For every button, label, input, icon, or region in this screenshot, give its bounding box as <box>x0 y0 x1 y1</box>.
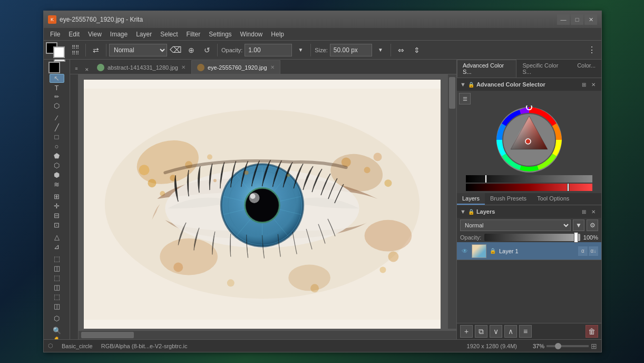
tool-transform[interactable]: ⊞ <box>50 192 64 201</box>
background-color[interactable] <box>53 46 65 58</box>
minimize-button[interactable]: — <box>557 14 570 25</box>
panel-toggle-button[interactable]: ≡ <box>71 63 82 74</box>
layers-close-btn[interactable]: ✕ <box>589 207 598 216</box>
tool-polyline[interactable]: ⬡ <box>50 161 64 170</box>
layers-panel-arrow[interactable]: ▼ <box>460 208 466 215</box>
opacity-input[interactable]: 1.00 <box>245 44 292 56</box>
layers-float-btn[interactable]: ⊞ <box>579 207 589 216</box>
color-panel-close-btn[interactable]: ✕ <box>589 80 598 89</box>
zoom-fit-btn[interactable]: ⊞ <box>591 342 597 350</box>
tab-close-abstract[interactable]: ✕ <box>181 64 186 70</box>
layers-filter-btn[interactable]: ▼ <box>573 219 584 231</box>
move-layer-down-btn[interactable]: ∨ <box>490 325 502 338</box>
tool-pen[interactable]: ✏ <box>50 93 64 101</box>
toolbox-foreground-color[interactable] <box>48 62 60 73</box>
menu-view[interactable]: View <box>84 28 106 40</box>
tab-tool-options[interactable]: Tool Options <box>532 193 574 205</box>
tool-multibrush[interactable]: ≋ <box>50 180 64 189</box>
menu-file[interactable]: File <box>46 28 64 40</box>
opacity-down-button[interactable]: ▼ <box>293 43 308 58</box>
mirror-v-button[interactable]: ⇕ <box>409 43 424 58</box>
tool-contiguous-select[interactable]: ⬚ <box>50 292 64 301</box>
tool-similar-select[interactable]: ◫ <box>50 302 64 311</box>
tool-rect[interactable]: □ <box>50 132 64 141</box>
tool-polygon-select[interactable]: ⬚ <box>50 273 64 282</box>
tab-eye[interactable]: eye-2555760_1920.jpg ✕ <box>191 60 280 74</box>
tool-text[interactable]: T <box>50 83 64 92</box>
menu-layer[interactable]: Layer <box>132 28 156 40</box>
tool-ellipse-select[interactable]: ◫ <box>50 264 64 273</box>
mirror-h-button[interactable]: ⇔ <box>394 43 408 58</box>
tool-magnetic-select[interactable]: ⬡ <box>50 314 64 323</box>
tool-brush[interactable]: ∕ <box>50 113 64 122</box>
tool-rect-select[interactable]: ⬚ <box>50 254 64 263</box>
toolbox-background-color[interactable] <box>54 60 65 62</box>
zoom-thumb[interactable] <box>555 343 561 349</box>
color-panel-arrow[interactable]: ▼ <box>460 81 466 88</box>
tool-selection[interactable]: ↖ <box>50 74 64 83</box>
canvas-image[interactable] <box>84 80 441 329</box>
layer-lock[interactable]: 🔒 <box>489 248 497 254</box>
menu-settings[interactable]: Settings <box>204 28 236 40</box>
horizontal-scrollbar-thumb[interactable] <box>81 332 134 338</box>
delete-layer-btn[interactable]: 🗑 <box>586 325 598 338</box>
slider-value-1[interactable] <box>466 175 592 183</box>
menu-select[interactable]: Select <box>156 28 182 40</box>
undo-button[interactable]: ↺ <box>200 43 214 58</box>
eraser-button[interactable]: ⌫ <box>168 43 183 58</box>
copy-layer-btn[interactable]: ⧉ <box>475 325 487 338</box>
horizontal-scrollbar[interactable] <box>79 331 448 339</box>
vertical-scrollbar-thumb[interactable] <box>449 77 455 109</box>
opacity-thumb[interactable] <box>574 232 578 243</box>
add-layer-btn[interactable]: + <box>460 325 473 338</box>
layer-properties-btn[interactable]: ≡ <box>519 325 532 338</box>
tool-ellipse[interactable]: ○ <box>50 142 64 151</box>
menu-image[interactable]: Image <box>106 28 132 40</box>
pattern-button[interactable]: ⠿⠿⠿⠿ <box>68 43 83 58</box>
tool-fill[interactable]: ⊡ <box>50 221 64 230</box>
layer-inherit-alpha-btn[interactable]: α↓ <box>589 246 598 256</box>
tab-layers[interactable]: Layers <box>457 193 485 205</box>
blend-mode-select[interactable]: Normal Multiply Screen Overlay <box>109 44 167 56</box>
close-button[interactable]: ✕ <box>584 14 597 25</box>
panel-close-button[interactable]: ✕ <box>83 65 91 74</box>
color-settings-btn[interactable]: ☰ <box>459 93 471 104</box>
vertical-scrollbar[interactable] <box>448 74 456 329</box>
layers-blend-select[interactable]: Normal Multiply Screen <box>460 219 571 231</box>
layers-opacity-slider[interactable] <box>484 234 580 241</box>
canvas-scroll-area[interactable] <box>79 74 456 339</box>
tool-shapes[interactable]: ⬡ <box>50 101 64 110</box>
tool-freehand[interactable]: ⬢ <box>50 170 64 179</box>
menu-help[interactable]: Help <box>267 28 288 40</box>
color-swatches[interactable] <box>46 42 65 58</box>
color-panel-float-btn[interactable]: ⊞ <box>579 80 589 89</box>
layer-row-1[interactable]: 👁 🔒 Layer 1 α α↓ <box>457 242 601 260</box>
maximize-button[interactable]: □ <box>571 14 583 25</box>
tool-line[interactable]: ╱ <box>50 123 64 132</box>
tab-specific-color[interactable]: Specific Color S... <box>516 60 571 78</box>
tool-measure[interactable]: △ <box>50 233 64 242</box>
menu-edit[interactable]: Edit <box>64 28 84 40</box>
layer-visibility-toggle[interactable]: 👁 <box>460 246 470 256</box>
tab-brush-presets[interactable]: Brush Presets <box>485 193 532 205</box>
layers-options-btn[interactable]: ⚙ <box>587 219 598 231</box>
slider-value-2[interactable] <box>466 184 592 191</box>
swap-colors-button[interactable]: ⇄ <box>89 43 103 58</box>
menu-window[interactable]: Window <box>236 28 267 40</box>
size-down-button[interactable]: ▼ <box>373 43 388 58</box>
fill-button[interactable]: ⊕ <box>184 43 199 58</box>
tab-color[interactable]: Color... <box>571 60 601 78</box>
tool-pan[interactable]: ✋ <box>50 336 64 339</box>
slider-thumb-2[interactable] <box>567 183 569 192</box>
layer-alpha-btn[interactable]: α <box>578 246 588 256</box>
tool-polygon[interactable]: ⬟ <box>50 151 64 160</box>
slider-thumb-1[interactable] <box>485 175 487 183</box>
tool-angle[interactable]: ⊿ <box>50 242 64 251</box>
color-wheel-svg[interactable] <box>466 106 592 174</box>
tool-freehand-select[interactable]: ◫ <box>50 283 64 292</box>
tool-move[interactable]: ✛ <box>50 202 64 211</box>
tab-close-eye[interactable]: ✕ <box>270 64 275 70</box>
tab-advanced-color[interactable]: Advanced Color S... <box>457 60 516 78</box>
more-options-button[interactable]: ⋮ <box>584 43 599 58</box>
size-input[interactable]: 50.00 px <box>330 44 372 56</box>
